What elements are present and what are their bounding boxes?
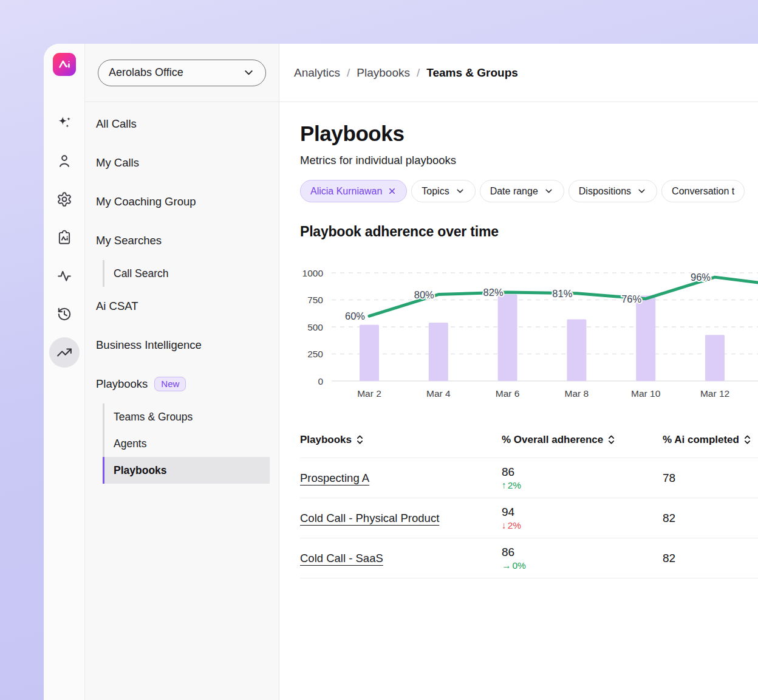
close-icon[interactable] [388, 187, 397, 196]
sidebar: Aerolabs Office All Calls My Calls My Co… [85, 44, 279, 700]
column-header-playbooks[interactable]: Playbooks [300, 434, 502, 446]
adherence-value: 94 [502, 506, 663, 519]
ai-completed-value: 78 [663, 472, 758, 485]
sort-icon [356, 434, 364, 445]
playbook-link[interactable]: Prospecting A [300, 472, 369, 485]
filter-chip-conversation-type[interactable]: Conversation t [661, 180, 745, 202]
sidebar-item-label: All Calls [96, 117, 137, 131]
ai-completed-value: 82 [663, 512, 758, 525]
svg-text:Mar 4: Mar 4 [426, 388, 451, 399]
change-arrow-icon: ↑ [502, 480, 507, 491]
change-arrow-icon: ↓ [502, 520, 507, 531]
svg-text:82%: 82% [483, 287, 504, 298]
ai-completed-value: 82 [663, 552, 758, 565]
sidebar-nav: All Calls My Calls My Coaching Group My … [85, 102, 279, 484]
breadcrumb-analytics[interactable]: Analytics [294, 66, 340, 80]
svg-text:1000: 1000 [302, 268, 324, 278]
breadcrumb-current: Teams & Groups [426, 66, 518, 80]
change-arrow-icon: → [502, 560, 511, 571]
history-icon[interactable] [56, 306, 72, 322]
sidebar-item-label: My Calls [96, 156, 139, 170]
playbook-link[interactable]: Cold Call - Physical Product [300, 512, 439, 525]
sidebar-item-label: Playbooks [114, 464, 167, 477]
column-header-overall-adherence[interactable]: % Overall adherence [502, 434, 663, 446]
sidebar-item-teams-groups[interactable]: Teams & Groups [103, 403, 270, 430]
settings-gear-icon[interactable] [56, 191, 72, 207]
playbooks-table: Playbooks % Overall adherence % Ai compl… [300, 422, 758, 578]
sidebar-item-label: Call Search [114, 267, 168, 280]
filter-chip-date-range[interactable]: Date range [480, 180, 564, 202]
svg-text:750: 750 [307, 295, 323, 305]
app-logo [53, 53, 76, 76]
workspace-name: Aerolabs Office [109, 66, 183, 79]
trending-up-icon [56, 345, 72, 360]
chevron-down-icon [637, 186, 647, 196]
sidebar-item-agents[interactable]: Agents [103, 430, 270, 457]
svg-text:81%: 81% [552, 288, 572, 299]
svg-text:76%: 76% [621, 293, 641, 304]
rail-nav [49, 115, 80, 368]
my-searches-sublist: Call Search [103, 260, 270, 287]
sidebar-item-ai-csat[interactable]: Ai CSAT [95, 287, 270, 326]
svg-text:96%: 96% [691, 272, 711, 283]
sidebar-item-playbooks-selected[interactable]: Playbooks [103, 457, 270, 484]
new-badge: New [154, 377, 186, 391]
sidebar-item-all-calls[interactable]: All Calls [95, 105, 270, 143]
sidebar-item-call-search[interactable]: Call Search [103, 260, 270, 287]
main-panel: Analytics / Playbooks / Teams & Groups P… [279, 44, 758, 700]
adherence-chart: 0250500750100060%80%82%81%76%96%Mar 2Mar… [300, 266, 758, 402]
sidebar-item-label: Agents [114, 437, 146, 450]
adherence-change: ↑2% [502, 480, 663, 491]
playbook-link[interactable]: Cold Call - SaaS [300, 552, 383, 565]
filter-chip-label: Conversation t [672, 186, 734, 197]
sidebar-item-label: Playbooks [96, 377, 148, 391]
adherence-change: →0% [502, 560, 663, 571]
trending-up-icon-active[interactable] [49, 337, 80, 368]
svg-text:80%: 80% [414, 289, 434, 300]
column-header-ai-completed[interactable]: % Ai completed [663, 434, 758, 446]
svg-text:Mar 10: Mar 10 [631, 388, 661, 399]
table-row: Cold Call - SaaS 86 →0% 82 [300, 538, 758, 578]
filter-chip-label: Dispositions [579, 186, 631, 197]
sidebar-item-label: Teams & Groups [114, 411, 193, 424]
playbook-clipboard-icon[interactable] [56, 230, 72, 245]
adherence-value: 86 [502, 465, 663, 479]
overall-adherence-cell: 86 ↑2% [502, 465, 663, 491]
page-subtitle: Metrics for individual playbooks [300, 154, 758, 167]
user-icon[interactable] [56, 153, 72, 169]
sidebar-item-label: My Coaching Group [96, 195, 196, 208]
page-title: Playbooks [300, 122, 758, 146]
sidebar-header: Aerolabs Office [85, 44, 279, 102]
breadcrumb: Analytics / Playbooks / Teams & Groups [279, 44, 758, 102]
filter-chip-label: Date range [490, 186, 538, 197]
svg-text:60%: 60% [345, 311, 365, 321]
filter-bar: Alicia Kurniawan Topics Date range Dispo… [300, 180, 758, 202]
sidebar-item-my-searches[interactable]: My Searches [95, 221, 270, 260]
main-content: Playbooks Metrics for individual playboo… [279, 102, 758, 578]
svg-text:Mar 6: Mar 6 [496, 388, 520, 399]
workspace-selector[interactable]: Aerolabs Office [98, 60, 266, 86]
change-value: 2% [508, 520, 521, 531]
sidebar-item-my-coaching-group[interactable]: My Coaching Group [95, 182, 270, 221]
filter-chip-label: Topics [422, 186, 449, 197]
column-label: Playbooks [300, 434, 352, 446]
breadcrumb-playbooks[interactable]: Playbooks [357, 66, 410, 80]
sidebar-item-playbooks[interactable]: Playbooks New [95, 365, 270, 403]
overall-adherence-cell: 86 →0% [502, 546, 663, 571]
activity-pulse-icon[interactable] [56, 268, 72, 284]
sidebar-item-my-calls[interactable]: My Calls [95, 143, 270, 182]
breadcrumb-separator: / [417, 66, 420, 80]
sidebar-item-business-intelligence[interactable]: Business Intelligence [95, 326, 270, 365]
filter-chip-agent[interactable]: Alicia Kurniawan [300, 180, 407, 202]
sort-icon [743, 434, 751, 445]
change-value: 2% [508, 480, 521, 491]
sparkles-icon[interactable] [56, 115, 72, 131]
svg-text:0: 0 [318, 376, 323, 386]
adherence-value: 86 [502, 546, 663, 559]
filter-chip-topics[interactable]: Topics [411, 180, 475, 202]
adherence-change: ↓2% [502, 520, 663, 531]
sort-icon [607, 434, 615, 445]
icon-rail [44, 44, 85, 700]
chevron-down-icon [242, 66, 255, 79]
filter-chip-dispositions[interactable]: Dispositions [568, 180, 657, 202]
